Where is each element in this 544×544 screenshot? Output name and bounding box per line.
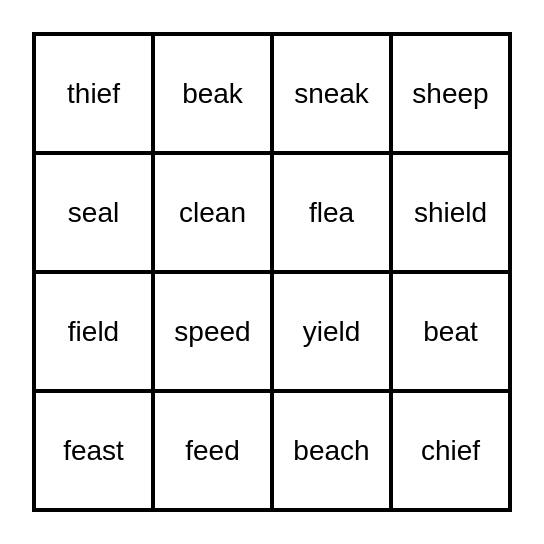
grid-cell-field: field: [34, 272, 153, 391]
grid-cell-clean: clean: [153, 153, 272, 272]
grid-cell-flea: flea: [272, 153, 391, 272]
grid-cell-chief: chief: [391, 391, 510, 510]
grid-cell-beach: beach: [272, 391, 391, 510]
grid-cell-beak: beak: [153, 34, 272, 153]
grid-cell-shield: shield: [391, 153, 510, 272]
grid-cell-feast: feast: [34, 391, 153, 510]
bingo-grid: thiefbeaksneaksheepsealcleanfleashieldfi…: [32, 32, 512, 512]
grid-cell-beat: beat: [391, 272, 510, 391]
grid-cell-speed: speed: [153, 272, 272, 391]
grid-cell-sheep: sheep: [391, 34, 510, 153]
grid-cell-seal: seal: [34, 153, 153, 272]
grid-cell-sneak: sneak: [272, 34, 391, 153]
grid-cell-feed: feed: [153, 391, 272, 510]
grid-cell-yield: yield: [272, 272, 391, 391]
grid-cell-thief: thief: [34, 34, 153, 153]
